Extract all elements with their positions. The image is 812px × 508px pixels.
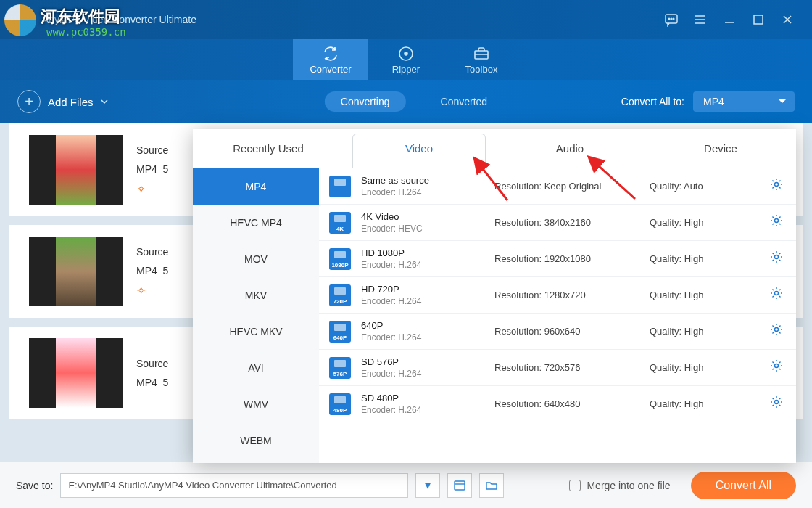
tab-converter[interactable]: Converter: [293, 39, 368, 80]
preset-row[interactable]: Same as sourceEncoder: H.264Resolution: …: [319, 168, 796, 205]
preset-icon: 576P: [329, 357, 351, 379]
gear-icon: [770, 250, 783, 263]
browse-folder-button[interactable]: [447, 473, 472, 498]
format-item[interactable]: MP4: [193, 168, 319, 205]
add-files-button[interactable]: + Add Files: [17, 90, 108, 113]
file-res: 5: [163, 163, 169, 175]
preset-title: HD 720P: [361, 284, 484, 295]
svg-point-11: [775, 219, 779, 223]
preset-quality: Quality: High: [650, 217, 758, 228]
path-dropdown-button[interactable]: ▾: [415, 473, 440, 498]
output-format-dropdown[interactable]: MP4: [693, 91, 795, 112]
gear-icon: [770, 287, 783, 300]
preset-icon: 1080P: [329, 248, 351, 270]
close-icon[interactable]: [776, 8, 799, 31]
preset-settings-button[interactable]: [770, 250, 783, 267]
save-path-input[interactable]: E:\AnyMP4 Studio\AnyMP4 Video Converter …: [60, 473, 408, 498]
svg-point-12: [775, 255, 779, 259]
format-item[interactable]: WMV: [193, 386, 319, 422]
source-label: Source: [136, 144, 168, 156]
preset-icon: 4K: [329, 212, 351, 234]
preset-row[interactable]: 720PHD 720PEncoder: H.264Resolution: 128…: [319, 277, 796, 314]
preset-encoder: Encoder: H.264: [361, 369, 484, 379]
open-folder-button[interactable]: [479, 473, 504, 498]
preset-settings-button[interactable]: [770, 323, 783, 340]
save-to-label: Save to:: [16, 480, 53, 491]
preset-encoder: Encoder: H.264: [361, 405, 484, 415]
preset-settings-button[interactable]: [770, 396, 783, 412]
merge-label: Merge into one file: [587, 480, 670, 491]
preset-row[interactable]: 640P640PEncoder: H.264Resolution: 960x64…: [319, 314, 796, 350]
file-format: MP4: [136, 163, 157, 175]
preset-resolution: Resolution: 1280x720: [494, 290, 639, 300]
checkbox-icon: [569, 480, 581, 491]
tab-ripper[interactable]: Ripper: [368, 39, 444, 80]
preset-title: SD 576P: [361, 356, 484, 367]
format-item[interactable]: WEBM: [193, 422, 319, 459]
svg-point-10: [775, 183, 779, 187]
preset-quality: Quality: High: [650, 398, 758, 409]
file-format: MP4: [136, 377, 157, 388]
menu-icon[interactable]: [689, 8, 712, 31]
preset-row[interactable]: 576PSD 576PEncoder: H.264Resolution: 720…: [319, 350, 796, 386]
svg-point-2: [671, 18, 672, 20]
gear-icon: [770, 178, 783, 191]
star-icon[interactable]: ✧: [136, 182, 168, 196]
format-picker: Recently Used Video Audio Device MP4HEVC…: [193, 129, 796, 463]
format-category-list[interactable]: MP4HEVC MP4MOVMKVHEVC MKVAVIWMVWEBM Sear…: [193, 168, 319, 463]
ptab-device[interactable]: Device: [645, 129, 796, 168]
minimize-icon[interactable]: [718, 8, 741, 31]
file-res: 5: [163, 265, 169, 276]
ptab-recent[interactable]: Recently Used: [193, 129, 344, 168]
preset-settings-button[interactable]: [770, 178, 783, 194]
format-item[interactable]: HEVC MP4: [193, 205, 319, 241]
gear-icon: [770, 359, 783, 372]
preset-resolution: Resolution: 960x640: [494, 326, 639, 337]
preset-title: HD 1080P: [361, 247, 484, 258]
svg-point-13: [775, 292, 779, 295]
bottombar: Save to: E:\AnyMP4 Studio\AnyMP4 Video C…: [0, 462, 812, 508]
preset-resolution: Resolution: 640x480: [494, 398, 639, 409]
preset-encoder: Encoder: H.264: [361, 332, 484, 343]
ptab-video[interactable]: Video: [344, 129, 494, 168]
preset-row[interactable]: 1080PHD 1080PEncoder: H.264Resolution: 1…: [319, 241, 796, 277]
source-label: Source: [136, 358, 168, 369]
gear-icon: [770, 396, 783, 409]
maximize-icon[interactable]: [747, 8, 770, 31]
preset-title: SD 480P: [361, 393, 484, 403]
main-tabs: Converter Ripper Toolbox: [0, 39, 812, 80]
preset-settings-button[interactable]: [770, 359, 783, 376]
preset-quality: Quality: High: [650, 362, 758, 373]
format-item[interactable]: HEVC MKV: [193, 314, 319, 350]
converted-tab[interactable]: Converted: [441, 96, 488, 107]
plus-icon: +: [17, 90, 41, 113]
format-item[interactable]: MKV: [193, 277, 319, 314]
format-item[interactable]: AVI: [193, 350, 319, 386]
tab-converter-label: Converter: [310, 64, 351, 75]
preset-row[interactable]: 4K4K VideoEncoder: HEVCResolution: 3840x…: [319, 205, 796, 241]
converting-tab[interactable]: Converting: [325, 91, 406, 112]
preset-resolution: Resolution: 720x576: [494, 362, 639, 373]
tab-toolbox[interactable]: Toolbox: [444, 39, 519, 80]
chevron-down-icon: [101, 98, 108, 105]
star-icon[interactable]: ✧: [136, 284, 168, 298]
watermark-url: www.pc0359.cn: [46, 26, 126, 38]
gear-icon: [770, 214, 783, 227]
preset-list[interactable]: Same as sourceEncoder: H.264Resolution: …: [319, 168, 796, 463]
merge-checkbox[interactable]: Merge into one file: [569, 480, 670, 491]
preset-settings-button[interactable]: [770, 214, 783, 231]
preset-quality: Quality: High: [650, 290, 758, 300]
preset-settings-button[interactable]: [770, 287, 783, 303]
convert-all-to-label: Convert All to:: [621, 96, 684, 107]
preset-resolution: Resolution: 3840x2160: [494, 217, 639, 228]
ptab-audio[interactable]: Audio: [494, 129, 645, 168]
gear-icon: [770, 323, 783, 336]
preset-encoder: Encoder: H.264: [361, 296, 484, 306]
preset-row[interactable]: 480PSD 480PEncoder: H.264Resolution: 640…: [319, 386, 796, 422]
preset-icon: 480P: [329, 393, 351, 415]
svg-point-14: [775, 328, 779, 332]
thumbnail: [29, 135, 123, 205]
convert-all-button[interactable]: Convert All: [691, 472, 796, 499]
format-item[interactable]: MOV: [193, 241, 319, 277]
feedback-icon[interactable]: [660, 8, 683, 31]
